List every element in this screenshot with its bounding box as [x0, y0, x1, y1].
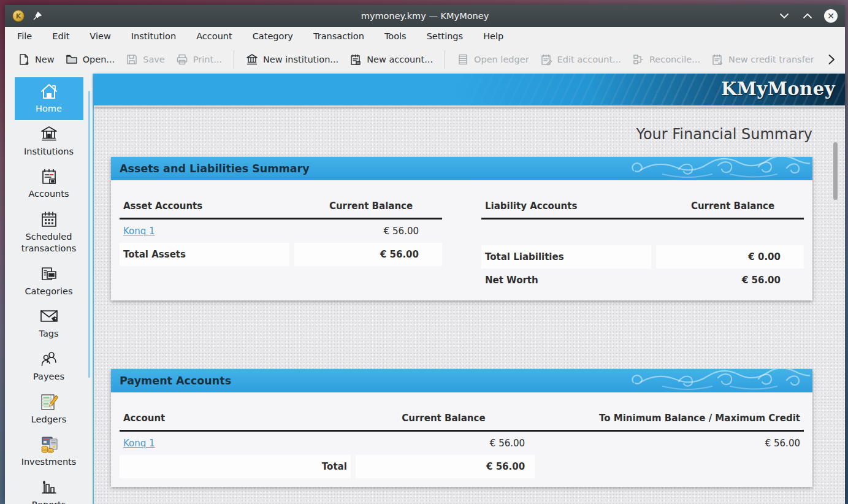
sidebar-item-scheduled-transactions[interactable]: Scheduled transactions: [15, 205, 83, 260]
total-assets-row: Total Assets € 56.00: [120, 243, 442, 266]
section-title: Assets and Liabilities Summary: [120, 162, 310, 175]
bar-chart-icon: [40, 478, 58, 497]
sidebar-item-reports[interactable]: Reports: [15, 473, 83, 504]
open-button-label: Open...: [83, 55, 115, 64]
minimize-button[interactable]: [777, 9, 791, 23]
account-balance: € 56.00: [356, 432, 535, 455]
sidebar-item-categories[interactable]: Categories: [15, 260, 83, 303]
current-balance-col-header: Current Balance: [302, 195, 442, 218]
new-file-icon: [18, 53, 30, 66]
printer-icon: [176, 53, 188, 66]
menu-tools[interactable]: Tools: [384, 31, 407, 41]
menu-view[interactable]: View: [90, 31, 110, 41]
menu-transaction[interactable]: Transaction: [313, 31, 364, 41]
menu-help[interactable]: Help: [483, 31, 503, 41]
menu-settings[interactable]: Settings: [427, 31, 463, 41]
mail-tag-icon: [39, 307, 59, 326]
financial-summary-page[interactable]: Your Financial Summary Assets and Liabil…: [94, 107, 845, 504]
kmymoney-window: K mymoney.kmy — KMyMoney ✕ File Edit Vie…: [5, 5, 845, 504]
account-register-icon: [40, 167, 58, 186]
open-ledger-button-label: Open ledger: [474, 55, 529, 64]
save-button: Save: [120, 49, 170, 70]
table-row: Konq 1 € 56.00: [120, 220, 442, 243]
total-value: € 56.00: [356, 455, 535, 478]
flourish-decoration-icon: [626, 369, 810, 392]
asset-accounts-table: Asset Accounts Current Balance Konq 1 € …: [120, 195, 442, 292]
sidebar-item-accounts[interactable]: Accounts: [15, 162, 83, 205]
categories-icon: [40, 265, 58, 283]
bank-icon: [246, 53, 258, 66]
print-button-label: Print...: [193, 55, 222, 64]
sidebar-item-label: Payees: [33, 371, 64, 383]
empty-row: [481, 220, 804, 245]
account-to-minimum: € 56.00: [540, 432, 804, 455]
sidebar-item-label: Reports: [32, 499, 66, 504]
new-account-button[interactable]: New account...: [344, 49, 438, 70]
maximize-button[interactable]: [801, 9, 814, 23]
open-button[interactable]: Open...: [60, 49, 121, 70]
page-title: Your Financial Summary: [111, 126, 812, 143]
new-institution-button[interactable]: New institution...: [240, 49, 344, 70]
new-button[interactable]: New: [12, 49, 60, 70]
net-worth-label: Net Worth: [481, 269, 651, 292]
menu-edit[interactable]: Edit: [52, 31, 69, 41]
account-link-konq1[interactable]: Konq 1: [123, 438, 155, 449]
account-col-header: Account: [120, 407, 355, 430]
sidebar-scrollbar[interactable]: [88, 91, 90, 378]
reconcile-button-label: Reconcile...: [649, 55, 700, 64]
sidebar-item-payees[interactable]: Payees: [15, 345, 83, 388]
coins-icon: [39, 435, 59, 454]
reconcile-icon: [632, 53, 644, 66]
print-button: Print...: [170, 49, 227, 70]
chevron-right-icon: [828, 54, 835, 65]
sidebar-item-label: Scheduled transactions: [16, 231, 82, 255]
toolbar-separator: [234, 50, 234, 69]
payment-accounts-header: Payment Accounts: [111, 369, 812, 392]
new-credit-transfer-button: New credit transfer: [706, 49, 820, 70]
bank-icon: [40, 125, 58, 143]
asset-accounts-col-header: Asset Accounts: [120, 195, 302, 218]
current-balance-col-header: Current Balance: [355, 407, 534, 430]
sidebar-item-label: Investments: [21, 456, 77, 468]
menu-file[interactable]: File: [17, 31, 32, 41]
sidebar-item-tags[interactable]: Tags: [15, 302, 83, 345]
menu-account[interactable]: Account: [196, 31, 232, 41]
total-liabilities-row: Total Liabilities € 0.00: [481, 245, 804, 269]
open-folder-icon: [66, 53, 78, 66]
sidebar-item-label: Ledgers: [31, 414, 67, 426]
menu-institution[interactable]: Institution: [131, 31, 176, 41]
sidebar-item-label: Accounts: [28, 188, 69, 200]
sidebar-item-home[interactable]: Home: [15, 77, 83, 120]
home-icon: [39, 82, 59, 101]
account-balance: € 56.00: [294, 220, 442, 243]
new-credit-transfer-button-label: New credit transfer: [728, 55, 814, 64]
net-worth-row: Net Worth € 56.00: [481, 269, 804, 292]
kmymoney-banner: KMyMoney: [94, 74, 845, 107]
close-button[interactable]: ✕: [824, 9, 838, 23]
account-link-konq1[interactable]: Konq 1: [123, 226, 155, 237]
close-icon: ✕: [824, 9, 838, 23]
sidebar-item-institutions[interactable]: Institutions: [15, 120, 83, 163]
pin-icon[interactable]: [33, 12, 42, 20]
table-row: Konq 1 € 56.00 € 56.00: [120, 432, 804, 455]
view-sidebar: Home Institutions Accounts Scheduled tra…: [5, 74, 93, 504]
sidebar-item-ledgers[interactable]: Ledgers: [15, 388, 83, 431]
reconcile-button: Reconcile...: [627, 49, 706, 70]
vertical-scrollbar[interactable]: [833, 142, 838, 200]
assets-liabilities-header: Assets and Liabilities Summary: [111, 157, 812, 180]
new-institution-button-label: New institution...: [263, 55, 338, 64]
sidebar-item-label: Institutions: [24, 146, 74, 158]
total-label: Total: [120, 455, 351, 478]
home-view: KMyMoney Your Financial Summary Assets a…: [93, 74, 845, 504]
new-button-label: New: [35, 55, 55, 64]
chevron-up-icon: [803, 13, 812, 19]
total-liabilities-value: € 0.00: [656, 245, 804, 269]
sidebar-item-investments[interactable]: Investments: [15, 430, 83, 473]
net-worth-value: € 56.00: [656, 269, 804, 292]
toolbar-overflow-button[interactable]: [825, 52, 838, 67]
empty-cell: [540, 455, 804, 478]
calendar-icon: [40, 210, 58, 229]
liability-accounts-col-header: Liability Accounts: [481, 195, 664, 218]
menu-category[interactable]: Category: [253, 31, 293, 41]
kmymoney-app-icon: K: [12, 10, 25, 22]
